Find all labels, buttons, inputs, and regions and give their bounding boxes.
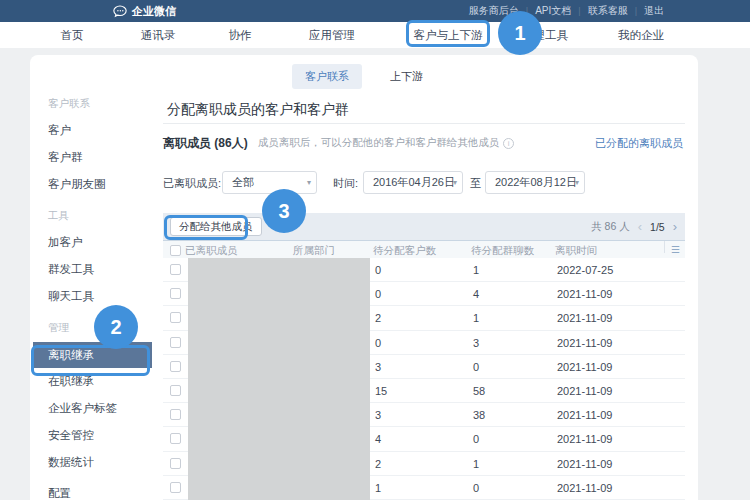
cell-groups: 1 <box>473 258 479 282</box>
cell-customers: 1 <box>375 476 381 500</box>
annotation-box-resigned-inherit <box>31 345 150 376</box>
time-filter-label: 时间: <box>333 176 358 191</box>
cell-groups: 1 <box>473 306 479 330</box>
col-header-groups: 待分配群聊数 <box>471 241 534 259</box>
filter-row: 已离职成员: 全部 ▾ 时间: 2016年04月26日 ▾ 至 2022年08月… <box>163 171 685 195</box>
cell-groups: 58 <box>473 379 485 403</box>
cell-groups: 0 <box>473 427 479 451</box>
sidebar-item-add-customer[interactable]: 加客户 <box>30 229 155 256</box>
cell-customers: 0 <box>375 282 381 306</box>
cell-groups: 1 <box>473 452 479 476</box>
top-bar: 企业微信 服务商后台 | API文档 | 联系客服 | 退出 <box>0 0 750 22</box>
redacted-area <box>188 258 370 500</box>
cell-customers: 3 <box>375 403 381 427</box>
nav-item-collab[interactable]: 协作 <box>229 22 252 48</box>
cell-date: 2021-11-09 <box>557 379 612 403</box>
cell-groups: 4 <box>473 282 479 306</box>
row-checkbox[interactable] <box>170 385 181 396</box>
sidebar-item-customer-groups[interactable]: 客户群 <box>30 144 155 171</box>
cell-customers: 4 <box>375 427 381 451</box>
row-checkbox[interactable] <box>170 458 181 469</box>
col-header-date: 离职时间 <box>555 241 597 259</box>
cell-customers: 2 <box>375 306 381 330</box>
section-description: 成员离职后，可以分配他的客户和客户群给其他成员 <box>258 136 500 150</box>
date-to-select[interactable]: 2022年08月12日 ▾ <box>485 171 585 194</box>
topbar-links: 服务商后台 | API文档 | 联系客服 | 退出 <box>469 0 664 22</box>
sidebar-item-customer-tags[interactable]: 企业客户标签 <box>30 395 155 422</box>
content-card: 客户联系 上下游 客户联系 客户 客户群 客户朋友圈 工具 加客户 群发工具 聊… <box>30 55 698 500</box>
total-count: 共 86 人 <box>591 220 630 234</box>
cell-date: 2021-11-09 <box>557 355 612 379</box>
assigned-members-link[interactable]: 已分配的离职成员 <box>595 136 683 151</box>
pagination: 共 86 人 ‹ 1/5 › <box>591 213 677 240</box>
row-checkbox[interactable] <box>170 312 181 323</box>
cell-customers: 0 <box>375 258 381 282</box>
divider: | <box>635 6 637 16</box>
cell-date: 2022-07-25 <box>557 258 613 282</box>
to-label: 至 <box>470 176 481 191</box>
cell-date: 2021-11-09 <box>557 427 612 451</box>
section-title: 离职成员 (86人) <box>163 135 248 152</box>
row-checkbox[interactable] <box>170 433 181 444</box>
col-header-customers: 待分配客户数 <box>373 241 436 259</box>
nav-item-contacts[interactable]: 通讯录 <box>141 22 176 48</box>
nav-item-my-company[interactable]: 我的企业 <box>618 22 664 48</box>
cell-date: 2021-11-09 <box>557 403 612 427</box>
wework-logo-icon <box>113 5 127 18</box>
cell-groups: 3 <box>473 331 479 355</box>
cell-date: 2021-11-09 <box>557 282 612 306</box>
tab-customer-contact[interactable]: 客户联系 <box>292 64 362 89</box>
tab-updownstream[interactable]: 上下游 <box>377 64 436 89</box>
sidebar-item-statistics[interactable]: 数据统计 <box>30 449 155 476</box>
cell-date: 2021-11-09 <box>557 306 612 330</box>
date-from-select[interactable]: 2016年04月26日 ▾ <box>363 171 463 194</box>
topbar-link-api-docs[interactable]: API文档 <box>535 4 571 18</box>
cell-customers: 3 <box>375 355 381 379</box>
chevron-down-icon: ▾ <box>453 172 457 193</box>
page-next-icon[interactable]: › <box>673 219 677 234</box>
topbar-link-support[interactable]: 联系客服 <box>588 4 628 18</box>
app-brand: 企业微信 <box>113 0 176 22</box>
info-icon[interactable]: i <box>503 138 514 149</box>
sidebar-header-customer-contact: 客户联系 <box>30 90 155 117</box>
member-filter-select[interactable]: 全部 ▾ <box>222 171 317 194</box>
member-filter-label: 已离职成员: <box>163 176 221 191</box>
divider: | <box>578 6 580 16</box>
date-from-value: 2016年04月26日 <box>373 176 455 188</box>
nav-item-home[interactable]: 首页 <box>61 22 84 48</box>
row-checkbox[interactable] <box>170 482 181 493</box>
topbar-link-logout[interactable]: 退出 <box>644 4 664 18</box>
annotation-badge-2: 2 <box>94 305 138 349</box>
sidebar-header-tools: 工具 <box>30 202 155 229</box>
annotation-badge-3: 3 <box>262 189 306 233</box>
select-all-checkbox[interactable] <box>170 245 181 256</box>
cell-date: 2021-11-09 <box>557 452 612 476</box>
column-settings-icon[interactable]: ☰ <box>671 241 680 259</box>
sidebar-item-partial[interactable]: 配置 <box>30 480 155 500</box>
table-header: 已离职成员 所属部门 待分配客户数 待分配群聊数 离职时间 ☰ <box>163 240 685 258</box>
sidebar-item-security[interactable]: 安全管控 <box>30 422 155 449</box>
page-indicator: 1/5 <box>650 221 665 233</box>
cell-customers: 15 <box>375 379 387 403</box>
col-header-department: 所属部门 <box>293 241 335 259</box>
sidebar-item-customers[interactable]: 客户 <box>30 117 155 144</box>
sub-tabs: 客户联系 上下游 <box>292 64 436 89</box>
row-checkbox[interactable] <box>170 288 181 299</box>
sidebar-item-bulk-message[interactable]: 群发工具 <box>30 256 155 283</box>
sidebar-item-chat-tools[interactable]: 聊天工具 <box>30 283 155 310</box>
row-checkbox[interactable] <box>170 337 181 348</box>
page-prev-icon[interactable]: ‹ <box>638 219 642 234</box>
chevron-down-icon: ▾ <box>575 172 579 193</box>
cell-groups: 0 <box>473 476 479 500</box>
cell-customers: 2 <box>375 452 381 476</box>
nav-item-apps[interactable]: 应用管理 <box>309 22 355 48</box>
member-filter-value: 全部 <box>232 176 254 188</box>
annotation-box-assign-button <box>164 215 248 240</box>
sidebar-item-moments[interactable]: 客户朋友圈 <box>30 171 155 198</box>
row-checkbox[interactable] <box>170 361 181 372</box>
cell-date: 2021-11-09 <box>557 476 612 500</box>
row-checkbox[interactable] <box>170 409 181 420</box>
brand-label: 企业微信 <box>132 4 176 19</box>
row-checkbox[interactable] <box>170 264 181 275</box>
cell-groups: 0 <box>473 355 479 379</box>
